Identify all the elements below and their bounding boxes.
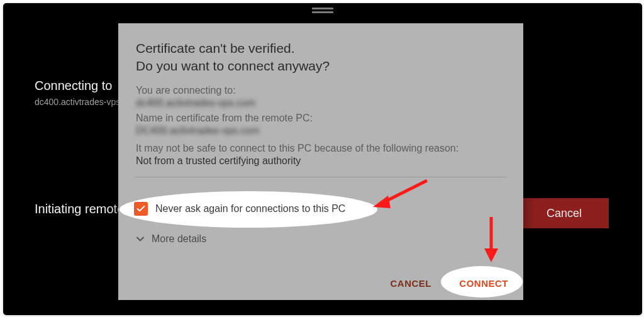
bg-cancel-button[interactable]: Cancel: [519, 198, 609, 228]
dialog-title: Certificate can't be verified. Do you wa…: [136, 40, 506, 75]
certificate-dialog: Certificate can't be verified. Do you wa…: [118, 23, 523, 300]
background: Connecting to dc400.activtrades-vps.com …: [3, 3, 642, 315]
annotation-arrow-down-icon: [479, 214, 504, 265]
dialog-connect-button[interactable]: CONNECT: [459, 278, 508, 289]
never-ask-row[interactable]: Never ask again for connections to this …: [134, 202, 345, 216]
never-ask-checkbox[interactable]: [134, 202, 148, 216]
annotation-arrow-left-icon: [369, 177, 432, 211]
drag-handle-icon[interactable]: [308, 5, 337, 16]
cert-name-label: Name in certificate from the remote PC:: [136, 113, 506, 124]
bg-cancel-label: Cancel: [547, 207, 582, 220]
cert-name-value: DC400.activtrades-vps.com: [136, 125, 506, 136]
reason-value: Not from a trusted certifying authority: [136, 155, 506, 167]
svg-marker-1: [373, 196, 391, 208]
more-details-label: More details: [152, 233, 206, 245]
reason-label: It may not be safe to connect to this PC…: [136, 143, 506, 154]
connecting-to-value: dc400.activtrades-vps.com: [136, 97, 506, 109]
connecting-to-label: You are connecting to:: [136, 85, 506, 96]
chevron-down-icon: [134, 233, 147, 245]
dialog-cancel-button[interactable]: CANCEL: [391, 278, 432, 289]
never-ask-label: Never ask again for connections to this …: [155, 203, 345, 214]
dialog-title-line1: Certificate can't be verified.: [136, 41, 295, 55]
check-icon: [136, 204, 146, 214]
app-frame: Connecting to dc400.activtrades-vps.com …: [3, 3, 643, 316]
dialog-title-line2: Do you want to connect anyway?: [136, 58, 330, 73]
svg-marker-3: [484, 248, 498, 262]
divider: [135, 177, 507, 177]
more-details-toggle[interactable]: More details: [134, 233, 206, 245]
